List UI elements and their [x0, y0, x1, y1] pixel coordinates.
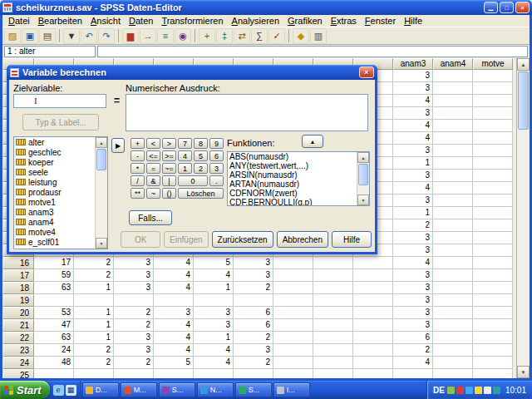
grid-cell[interactable] — [433, 70, 473, 82]
toolbar-print-button[interactable]: ▤ — [39, 28, 56, 44]
keypad-power-button[interactable]: ** — [131, 188, 145, 199]
keypad-less-button[interactable]: < — [146, 138, 160, 149]
keypad-0-button[interactable]: 0 — [178, 175, 208, 186]
grid-cell[interactable] — [313, 282, 353, 294]
grid-cell[interactable] — [473, 319, 513, 332]
grid-cell[interactable] — [234, 369, 273, 378]
start-button[interactable]: Start — [0, 381, 50, 399]
grid-cell[interactable] — [353, 269, 393, 282]
variable-item-koeper[interactable]: koeper — [14, 157, 95, 167]
grid-cell[interactable] — [473, 332, 513, 344]
minimize-button[interactable]: ▁ — [484, 2, 498, 13]
grid-cell[interactable]: 2 — [74, 257, 114, 269]
cell-editor[interactable] — [97, 46, 528, 57]
row-header-25[interactable]: 25 — [2, 369, 34, 378]
grid-cell[interactable]: 4 — [194, 357, 234, 369]
scrollbar-thumb[interactable] — [358, 164, 368, 185]
grid-cell[interactable]: 3 — [194, 307, 234, 319]
function-item-cdfnorm[interactable]: CDFNORM(zwert) — [228, 189, 357, 198]
grid-cell[interactable] — [473, 132, 513, 145]
scrollbar-thumb[interactable] — [96, 149, 106, 170]
grid-cell[interactable] — [353, 332, 393, 344]
variable-item-anam3[interactable]: anam3 — [14, 207, 95, 217]
grid-cell[interactable]: 6 — [234, 307, 273, 319]
grid-cell[interactable]: 2 — [74, 344, 114, 357]
toolbar-variable-info-button[interactable]: ≡ — [157, 28, 174, 44]
grid-cell[interactable] — [313, 332, 353, 344]
grid-cell[interactable] — [473, 195, 513, 207]
grid-cell[interactable]: 4 — [194, 344, 234, 357]
grid-cell[interactable] — [433, 332, 473, 344]
grid-cell[interactable] — [473, 282, 513, 294]
grid-cell[interactable] — [114, 369, 154, 378]
grid-cell[interactable] — [473, 232, 513, 244]
grid-cell[interactable] — [353, 357, 393, 369]
grid-cell[interactable]: 3 — [393, 82, 433, 95]
grid-cell[interactable]: 3 — [114, 344, 154, 357]
grid-cell[interactable]: 3 — [393, 195, 433, 207]
grid-cell[interactable]: 2 — [234, 332, 273, 344]
grid-cell[interactable]: 3 — [393, 294, 433, 307]
menu-item-extras[interactable]: Extras — [327, 15, 361, 27]
grid-cell[interactable] — [393, 369, 433, 378]
grid-cell[interactable] — [433, 357, 473, 369]
grid-cell[interactable] — [353, 257, 393, 269]
grid-cell[interactable]: 4 — [393, 132, 433, 145]
grid-cell[interactable] — [194, 369, 234, 378]
row-header-24[interactable]: 24 — [2, 357, 34, 369]
grid-cell[interactable] — [473, 219, 513, 232]
grid-cell[interactable]: 3 — [114, 257, 154, 269]
variable-item-prodausr[interactable]: prodausr — [14, 187, 95, 197]
vertical-scrollbar[interactable]: ▲ ▼ — [516, 58, 530, 378]
grid-cell[interactable] — [433, 232, 473, 244]
grid-cell[interactable]: 47 — [34, 319, 74, 332]
grid-cell[interactable] — [313, 357, 353, 369]
taskbar-button-d[interactable]: D... — [82, 382, 119, 397]
grid-cell[interactable] — [473, 257, 513, 269]
toolbar-insert-variable-button[interactable]: ‡ — [216, 28, 233, 44]
maximize-button[interactable]: □ — [500, 2, 514, 13]
toolbar-value-labels-button[interactable]: ◆ — [293, 28, 309, 44]
variable-item-seele[interactable]: seele — [14, 167, 95, 177]
keypad-6-button[interactable]: 6 — [209, 150, 224, 161]
grid-cell[interactable]: 1 — [393, 157, 433, 170]
keypad-not-equal-button[interactable]: ~= — [162, 163, 176, 174]
grid-cell[interactable] — [433, 195, 473, 207]
keypad-or-button[interactable]: | — [162, 175, 176, 186]
keypad-7-button[interactable]: 7 — [178, 138, 192, 149]
grid-cell[interactable]: 1 — [74, 307, 114, 319]
menu-item-ansicht[interactable]: Ansicht — [86, 15, 125, 27]
grid-cell[interactable]: 3 — [114, 332, 154, 344]
grid-cell[interactable]: 17 — [34, 257, 74, 269]
grid-cell[interactable] — [353, 307, 393, 319]
grid-cell[interactable] — [433, 170, 473, 182]
language-indicator[interactable]: DE — [433, 386, 445, 395]
grid-cell[interactable]: 3 — [393, 307, 433, 319]
grid-cell[interactable] — [313, 269, 353, 282]
toolbar-select-cases-button[interactable]: ✓ — [268, 28, 285, 44]
grid-cell[interactable] — [473, 95, 513, 107]
grid-cell[interactable]: 1 — [74, 319, 114, 332]
grid-cell[interactable]: 3 — [393, 70, 433, 82]
grid-cell[interactable] — [473, 357, 513, 369]
grid-cell[interactable]: 4 — [393, 182, 433, 195]
function-item-any[interactable]: ANY(testwert,wert,...) — [228, 161, 357, 170]
move-function-button[interactable]: ▲ — [302, 135, 323, 148]
grid-cell[interactable] — [473, 82, 513, 95]
grid-cell[interactable] — [473, 182, 513, 195]
menu-item-hilfe[interactable]: Hilfe — [400, 15, 426, 27]
taskbar-button-s[interactable]: S... — [159, 382, 195, 397]
toolbar-split-file-button[interactable]: ⇄ — [234, 28, 250, 44]
dialog-hilfe-button[interactable]: Hilfe — [332, 231, 372, 248]
grid-cell[interactable]: 5 — [194, 257, 234, 269]
grid-cell[interactable] — [353, 369, 393, 378]
type-label-button[interactable]: Typ & Label... — [22, 114, 99, 131]
grid-cell[interactable]: 4 — [393, 120, 433, 132]
keypad-and-button[interactable]: & — [146, 175, 160, 186]
grid-cell[interactable] — [433, 132, 473, 145]
row-header-20[interactable]: 20 — [2, 307, 34, 319]
grid-cell[interactable] — [433, 107, 473, 120]
grid-cell[interactable]: 3 — [154, 307, 194, 319]
grid-cell[interactable] — [114, 294, 154, 307]
grid-cell[interactable] — [433, 219, 473, 232]
